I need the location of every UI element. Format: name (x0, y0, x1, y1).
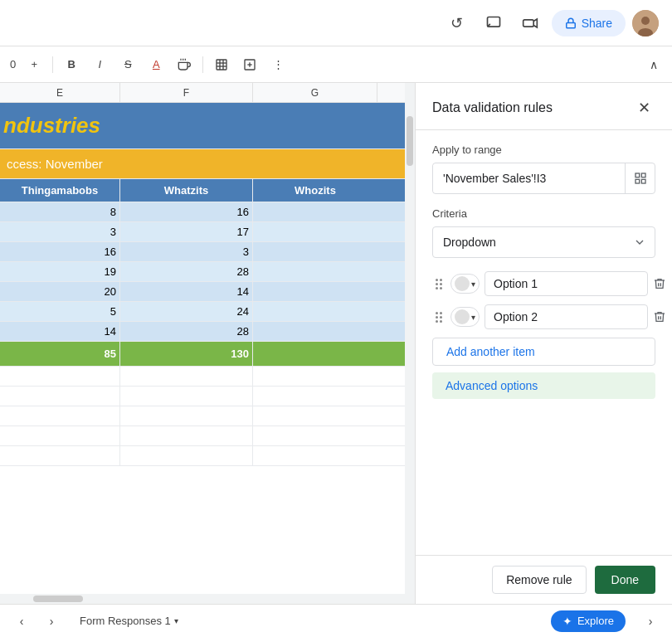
title-cell[interactable]: ndustries (0, 103, 377, 148)
option-row-1: ▾ (432, 271, 655, 296)
panel-collapse-button[interactable]: › (639, 610, 662, 633)
apply-range-label: Apply to range (432, 143, 655, 156)
explore-label: Explore (577, 615, 614, 627)
table-row[interactable]: 5 24 (0, 302, 415, 322)
close-panel-button[interactable]: ✕ (632, 96, 655, 119)
color-picker-button-1[interactable]: ▾ (450, 274, 480, 294)
scroll-thumb-h[interactable] (33, 596, 83, 602)
delete-option-1-button[interactable] (653, 272, 666, 295)
empty-row[interactable] (0, 406, 415, 426)
col-whozits: Whozits (253, 179, 377, 202)
criteria-select[interactable]: Dropdown Dropdown (from range) Checkbox … (433, 229, 625, 255)
nav-left-button[interactable]: ‹ (10, 610, 33, 633)
svg-rect-2 (566, 22, 575, 27)
empty-row[interactable] (0, 387, 415, 406)
italic-button[interactable]: I (86, 51, 113, 78)
panel-body: Apply to range Criteria Dropdown Dropdow… (416, 130, 672, 555)
sheet-tab-dropdown-icon: ▾ (174, 616, 178, 625)
criteria-select-row: Dropdown Dropdown (from range) Checkbox … (432, 226, 655, 258)
table-row[interactable]: 19 28 (0, 262, 415, 282)
divider-1 (52, 56, 53, 73)
subtitle-row: ccess: November (0, 149, 415, 179)
vertical-scrollbar[interactable] (405, 83, 415, 604)
panel-footer: Remove rule Done (416, 555, 672, 604)
remove-rule-button[interactable]: Remove rule (492, 566, 586, 594)
strikethrough-button[interactable]: S (114, 51, 141, 78)
col-header-e: E (0, 83, 120, 102)
svg-rect-1 (523, 19, 533, 26)
border-button[interactable] (208, 51, 235, 78)
range-grid-button[interactable] (625, 163, 655, 193)
title-row: ndustries (0, 103, 415, 149)
divider-2 (202, 56, 203, 73)
underline-button[interactable]: A (143, 51, 169, 78)
col-whatzits: Whatzits (120, 179, 253, 202)
share-button[interactable]: Share (552, 10, 626, 36)
main-content: E F G ndustries ccess: November Thingama… (0, 83, 672, 604)
option-1-input[interactable] (485, 271, 648, 296)
zoom-level: 0 (7, 58, 19, 71)
sheet-tab-form-responses[interactable]: Form Responses 1 ▾ (70, 611, 188, 630)
table-row[interactable]: 14 28 (0, 322, 415, 342)
horizontal-scrollbar[interactable] (0, 594, 405, 604)
color-arrow-2: ▾ (471, 313, 475, 322)
empty-row[interactable] (0, 367, 415, 387)
bold-button[interactable]: B (58, 51, 85, 78)
zoom-add-button[interactable]: + (21, 51, 47, 78)
collapse-toolbar-button[interactable]: ∧ (642, 53, 665, 76)
svg-rect-17 (641, 173, 645, 177)
explore-button[interactable]: ✦ Explore (551, 610, 626, 632)
chat-icon[interactable] (479, 8, 509, 38)
criteria-arrow-icon (625, 227, 655, 257)
merge-button[interactable] (236, 51, 263, 78)
svg-rect-16 (635, 173, 640, 177)
panel-title: Data validation rules (432, 100, 553, 115)
table-row[interactable]: 3 17 (0, 222, 415, 242)
camera-icon[interactable] (515, 8, 545, 38)
option-2-input[interactable] (485, 304, 648, 329)
more-button[interactable]: ⋮ (265, 51, 291, 78)
share-label: Share (582, 17, 612, 30)
range-input[interactable] (433, 165, 625, 192)
range-input-row (432, 163, 655, 194)
empty-row[interactable] (0, 426, 415, 446)
total-row: 85 130 (0, 342, 415, 367)
data-header-row: Thingamabobs Whatzits Whozits (0, 179, 415, 202)
color-arrow-1: ▾ (471, 280, 475, 289)
add-another-item-button[interactable]: Add another item (432, 338, 655, 366)
color-circle-1 (455, 276, 470, 291)
svg-point-4 (641, 17, 650, 25)
empty-row[interactable] (0, 446, 415, 466)
drag-handle-1[interactable] (432, 275, 446, 293)
delete-option-2-button[interactable] (653, 305, 666, 328)
advanced-options-button[interactable]: Advanced options (432, 372, 655, 399)
svg-rect-18 (641, 179, 645, 183)
explore-icon: ✦ (562, 615, 572, 628)
scroll-thumb-v[interactable] (407, 116, 413, 166)
col-header-g: G (253, 83, 377, 102)
svg-rect-19 (635, 179, 640, 183)
data-validation-panel: Data validation rules ✕ Apply to range C… (415, 83, 672, 604)
table-row[interactable]: 20 14 (0, 282, 415, 302)
format-bar: 0 + B I S A ⋮ ∧ (0, 46, 672, 83)
column-headers: E F G (0, 83, 415, 103)
drag-handle-2[interactable] (432, 309, 446, 326)
svg-rect-9 (217, 60, 226, 70)
color-picker-button-2[interactable]: ▾ (450, 307, 480, 327)
color-circle-2 (455, 309, 470, 324)
subtitle-cell[interactable]: ccess: November (0, 149, 377, 178)
bottom-bar: ‹ › Form Responses 1 ▾ ✦ Explore › (0, 604, 672, 637)
done-button[interactable]: Done (595, 566, 655, 594)
avatar[interactable] (632, 10, 659, 36)
col-thingamabobs: Thingamabobs (0, 179, 120, 202)
panel-header: Data validation rules ✕ (416, 83, 672, 130)
history-icon[interactable]: ↺ (442, 8, 472, 38)
option-row-2: ▾ (432, 304, 655, 329)
table-row[interactable]: 8 16 (0, 202, 415, 222)
paint-format-button[interactable] (171, 51, 197, 78)
top-bar: ↺ Share (0, 0, 672, 46)
table-row[interactable]: 16 3 (0, 242, 415, 262)
nav-right-button[interactable]: › (40, 610, 63, 633)
criteria-label: Criteria (432, 207, 655, 220)
spreadsheet: E F G ndustries ccess: November Thingama… (0, 83, 415, 604)
